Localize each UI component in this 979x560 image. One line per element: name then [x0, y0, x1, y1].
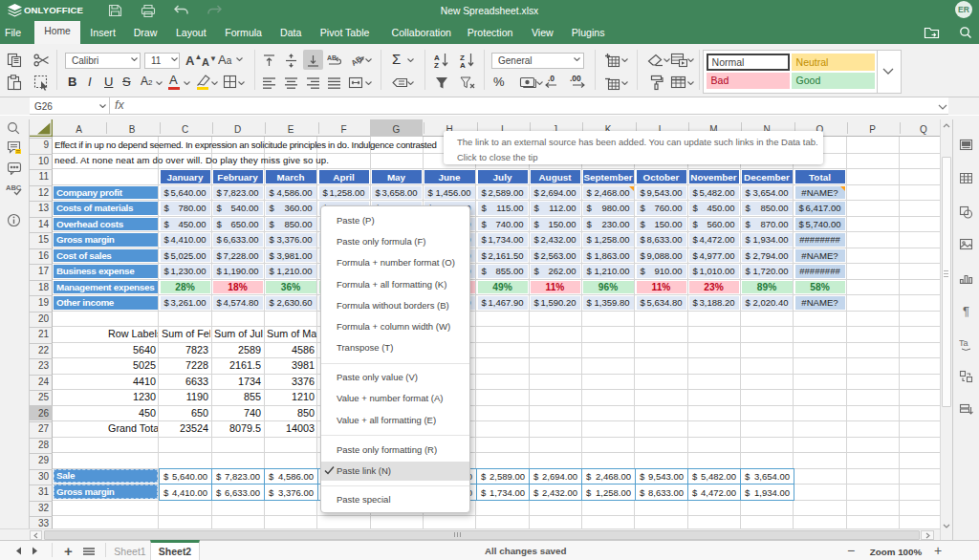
svg-text:.0: .0 [548, 74, 555, 83]
svg-text:Z: Z [434, 61, 439, 68]
svg-text:Ta: Ta [959, 338, 968, 348]
svg-text:A: A [460, 61, 466, 68]
svg-text:AB: AB [327, 54, 337, 61]
svg-text:.00: .00 [570, 74, 581, 83]
